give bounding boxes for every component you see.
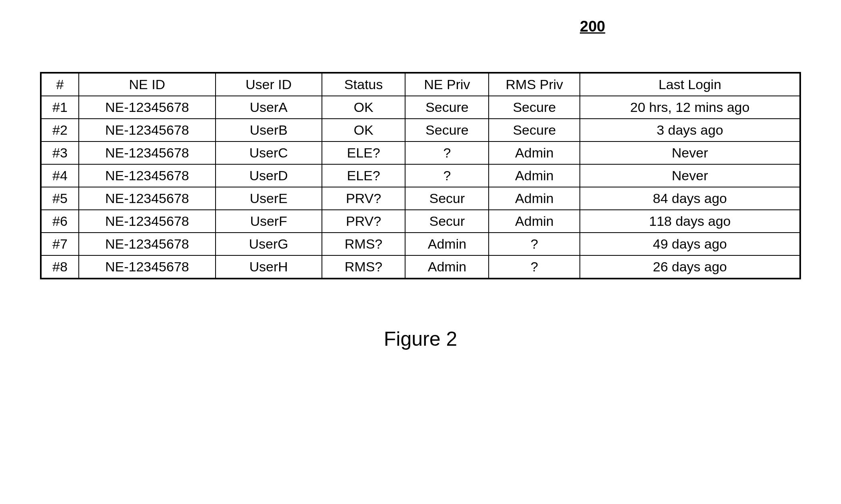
cell-last-login: 49 days ago xyxy=(580,233,800,255)
cell-last-login: 118 days ago xyxy=(580,210,800,233)
cell-rms-priv: ? xyxy=(489,233,580,255)
cell-ne-id: NE-12345678 xyxy=(79,187,216,210)
cell-ne-priv: Secur xyxy=(405,187,489,210)
table-row: #7 NE-12345678 UserG RMS? Admin ? 49 day… xyxy=(41,233,800,255)
table-row: #1 NE-12345678 UserA OK Secure Secure 20… xyxy=(41,96,800,119)
cell-status: RMS? xyxy=(322,255,406,279)
col-header-rms-priv: RMS Priv xyxy=(489,73,580,96)
cell-ne-id: NE-12345678 xyxy=(79,141,216,164)
table-row: #6 NE-12345678 UserF PRV? Secur Admin 11… xyxy=(41,210,800,233)
cell-ne-priv: ? xyxy=(405,164,489,187)
table-row: #3 NE-12345678 UserC ELE? ? Admin Never xyxy=(41,141,800,164)
cell-user-id: UserG xyxy=(216,233,322,255)
col-header-ne-priv: NE Priv xyxy=(405,73,489,96)
cell-last-login: Never xyxy=(580,164,800,187)
cell-ne-id: NE-12345678 xyxy=(79,119,216,141)
cell-rms-priv: Admin xyxy=(489,210,580,233)
table-row: #4 NE-12345678 UserD ELE? ? Admin Never xyxy=(41,164,800,187)
cell-rms-priv: Admin xyxy=(489,141,580,164)
cell-status: ELE? xyxy=(322,164,406,187)
cell-user-id: UserB xyxy=(216,119,322,141)
cell-status: PRV? xyxy=(322,187,406,210)
cell-user-id: UserF xyxy=(216,210,322,233)
figure-number: 200 xyxy=(580,18,605,35)
cell-rms-priv: Secure xyxy=(489,96,580,119)
cell-index: #4 xyxy=(41,164,79,187)
cell-ne-id: NE-12345678 xyxy=(79,255,216,279)
cell-status: OK xyxy=(322,96,406,119)
cell-ne-priv: Secur xyxy=(405,210,489,233)
cell-user-id: UserD xyxy=(216,164,322,187)
cell-ne-id: NE-12345678 xyxy=(79,96,216,119)
col-header-last-login: Last Login xyxy=(580,73,800,96)
cell-rms-priv: Admin xyxy=(489,187,580,210)
cell-ne-priv: Admin xyxy=(405,255,489,279)
cell-ne-id: NE-12345678 xyxy=(79,164,216,187)
cell-last-login: 20 hrs, 12 mins ago xyxy=(580,96,800,119)
cell-user-id: UserC xyxy=(216,141,322,164)
cell-last-login: 26 days ago xyxy=(580,255,800,279)
cell-status: OK xyxy=(322,119,406,141)
cell-user-id: UserH xyxy=(216,255,322,279)
cell-ne-priv: Secure xyxy=(405,96,489,119)
table-row: #5 NE-12345678 UserE PRV? Secur Admin 84… xyxy=(41,187,800,210)
cell-last-login: 3 days ago xyxy=(580,119,800,141)
cell-ne-id: NE-12345678 xyxy=(79,210,216,233)
col-header-status: Status xyxy=(322,73,406,96)
col-header-index: # xyxy=(41,73,79,96)
cell-user-id: UserE xyxy=(216,187,322,210)
cell-index: #6 xyxy=(41,210,79,233)
cell-index: #7 xyxy=(41,233,79,255)
user-privilege-table: # NE ID User ID Status NE Priv RMS Priv … xyxy=(40,72,801,279)
cell-rms-priv: Admin xyxy=(489,164,580,187)
figure-caption: Figure 2 xyxy=(16,327,825,351)
cell-index: #5 xyxy=(41,187,79,210)
cell-user-id: UserA xyxy=(216,96,322,119)
cell-ne-priv: Admin xyxy=(405,233,489,255)
cell-rms-priv: Secure xyxy=(489,119,580,141)
cell-ne-priv: ? xyxy=(405,141,489,164)
cell-last-login: Never xyxy=(580,141,800,164)
cell-index: #2 xyxy=(41,119,79,141)
cell-ne-priv: Secure xyxy=(405,119,489,141)
table-row: #8 NE-12345678 UserH RMS? Admin ? 26 day… xyxy=(41,255,800,279)
col-header-ne-id: NE ID xyxy=(79,73,216,96)
table-header-row: # NE ID User ID Status NE Priv RMS Priv … xyxy=(41,73,800,96)
col-header-user-id: User ID xyxy=(216,73,322,96)
cell-status: ELE? xyxy=(322,141,406,164)
cell-index: #1 xyxy=(41,96,79,119)
cell-index: #3 xyxy=(41,141,79,164)
cell-status: RMS? xyxy=(322,233,406,255)
cell-rms-priv: ? xyxy=(489,255,580,279)
cell-last-login: 84 days ago xyxy=(580,187,800,210)
cell-ne-id: NE-12345678 xyxy=(79,233,216,255)
cell-status: PRV? xyxy=(322,210,406,233)
table-row: #2 NE-12345678 UserB OK Secure Secure 3 … xyxy=(41,119,800,141)
user-privilege-table-wrap: # NE ID User ID Status NE Priv RMS Priv … xyxy=(40,72,801,279)
cell-index: #8 xyxy=(41,255,79,279)
